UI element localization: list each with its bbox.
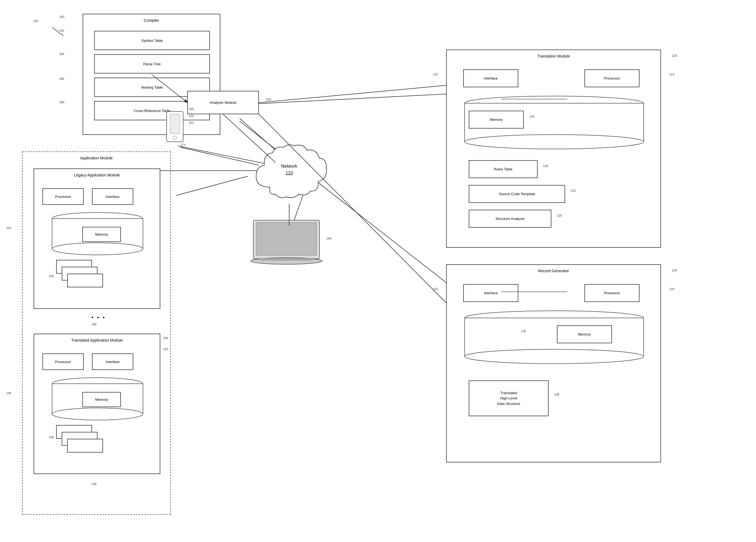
legacy-app-module-title: Legacy Application Module (34, 173, 160, 177)
svg-line-2 (240, 94, 454, 105)
processor-tm-label: Processor (604, 76, 620, 80)
processor-tam-label: Processor (55, 360, 71, 364)
ref-138: 138 (554, 393, 559, 396)
network-ref: 110 (273, 171, 306, 176)
ref-128: 128 (543, 164, 548, 168)
translated-app-module-title: Translated Application Module (34, 338, 160, 342)
svg-line-34 (176, 176, 248, 196)
svg-rect-12 (170, 114, 180, 134)
symbol-table-label: Symbol Table (141, 39, 163, 43)
svg-point-26 (465, 135, 644, 149)
symbol-table-box: Symbol Table (94, 31, 210, 50)
ref-166: 166 (59, 77, 64, 80)
ref-150-legacy: 150 (189, 114, 194, 118)
analyzer-module-box: Analyzer Module (187, 91, 259, 114)
structure-analyzer-box: Structure Analyzer (469, 210, 551, 228)
rules-table-box: Rules Table (469, 160, 538, 178)
legacy-app-module-container: Legacy Application Module Processor Inte… (34, 169, 160, 309)
source-code-template-box: Source Code Template (469, 185, 565, 203)
svg-line-31 (259, 85, 446, 103)
interface-lam-box: Interface (92, 188, 133, 205)
application-module-title: Application Module (23, 156, 170, 160)
ref-148: 148 (91, 482, 96, 486)
memory-lam-label: Memory (95, 232, 108, 237)
interface-tm-label: Interface (484, 76, 498, 80)
ref-130: 130 (672, 269, 677, 272)
ref-154: 154 (6, 226, 11, 230)
interface-tam-label: Interface (106, 360, 120, 364)
ref-168: 168 (59, 101, 64, 104)
ref-126: 126 (529, 115, 534, 118)
ref-142: 142 (163, 347, 168, 351)
data-struct-lam-3 (67, 273, 103, 287)
processor-lam-box: Processor (42, 188, 84, 205)
svg-line-32 (259, 114, 446, 303)
cross-reference-table-label: Cross-Reference Table (134, 109, 170, 113)
network-label: Network (267, 164, 311, 169)
interface-tam-box: Interface (92, 353, 133, 370)
ref-124: 124 (669, 73, 674, 76)
svg-point-20 (52, 243, 143, 255)
svg-rect-17 (260, 258, 313, 261)
processor-tam-box: Processor (42, 353, 84, 370)
processor-tm-box: Processor (584, 69, 640, 87)
parse-tree-box: Parse Tree (94, 54, 210, 74)
dots-separator: • • • (91, 314, 106, 321)
source-code-template-label: Source Code Template (499, 192, 535, 196)
memory-tm-box: Memory (469, 111, 524, 129)
interface-tm-box: Interface (463, 69, 518, 87)
ref-105: 105 (189, 107, 194, 111)
memory-lam-box: Memory (82, 227, 121, 242)
ref-190: 190 (326, 237, 331, 240)
ref-132: 132 (433, 287, 438, 291)
translated-high-level-box: Translated High-Level Data Structure (469, 380, 549, 416)
ref-144: 144 (6, 391, 11, 395)
ref-129: 129 (557, 214, 562, 217)
svg-rect-15 (256, 223, 317, 256)
ref-136: 136 (521, 329, 526, 333)
svg-point-23 (52, 408, 143, 420)
ref-140: 140 (163, 336, 168, 340)
ref-146: 146 (49, 435, 54, 439)
translation-module-container: Translation Module 120 Interface 122 Pro… (446, 50, 661, 248)
memory-tam-box: Memory (82, 392, 121, 407)
application-module-container: Application Module Legacy Application Mo… (22, 151, 171, 515)
interface-lam-label: Interface (106, 195, 120, 199)
processor-lam-label: Processor (55, 195, 71, 199)
compiler-title: Compiler (83, 18, 220, 23)
svg-line-36 (180, 147, 259, 165)
memory-rg-label: Memory (578, 332, 591, 336)
ref-125: 125 (571, 189, 576, 193)
ref-160: 160 (59, 15, 64, 18)
ref-134: 134 (669, 287, 674, 291)
processor-rg-box: Processor (584, 284, 640, 302)
ref-162: 162 (59, 29, 64, 32)
parse-tree-label: Parse Tree (143, 62, 161, 66)
ref-152: 152 (189, 121, 194, 124)
translated-app-module-container: Translated Application Module Processor … (34, 333, 160, 474)
processor-rg-label: Processor (604, 291, 620, 295)
record-generator-container: Record Generator 130 Interface 132 Proce… (446, 264, 661, 462)
ref-164: 164 (59, 52, 64, 56)
data-struct-tam-3 (67, 439, 103, 452)
rg-db-cylinder (463, 310, 645, 365)
svg-point-29 (465, 349, 644, 364)
ref-150-analyzer: 150 (266, 98, 271, 101)
ref-100: 100 (33, 19, 38, 23)
memory-tam-label: Memory (95, 397, 108, 402)
interface-rg-box: Interface (463, 284, 518, 302)
compiler-container: Compiler Symbol Table Parse Tree Nesting… (83, 14, 220, 135)
laptop-device (248, 218, 325, 267)
ref-120: 120 (672, 54, 677, 57)
interface-rg-label: Interface (484, 291, 498, 295)
translated-high-level-label: Translated High-Level Data Structure (497, 390, 520, 406)
translation-module-title: Translation Module (447, 54, 660, 58)
record-generator-title: Record Generator (447, 269, 660, 273)
ref-174: 174 (180, 143, 185, 147)
memory-rg-box: Memory (557, 325, 612, 343)
rules-table-label: Rules Table (494, 167, 513, 171)
ref-122: 122 (433, 73, 438, 76)
structure-analyzer-label: Structure Analyzer (495, 217, 525, 221)
mobile-device (165, 110, 185, 146)
memory-tm-label: Memory (490, 118, 503, 122)
